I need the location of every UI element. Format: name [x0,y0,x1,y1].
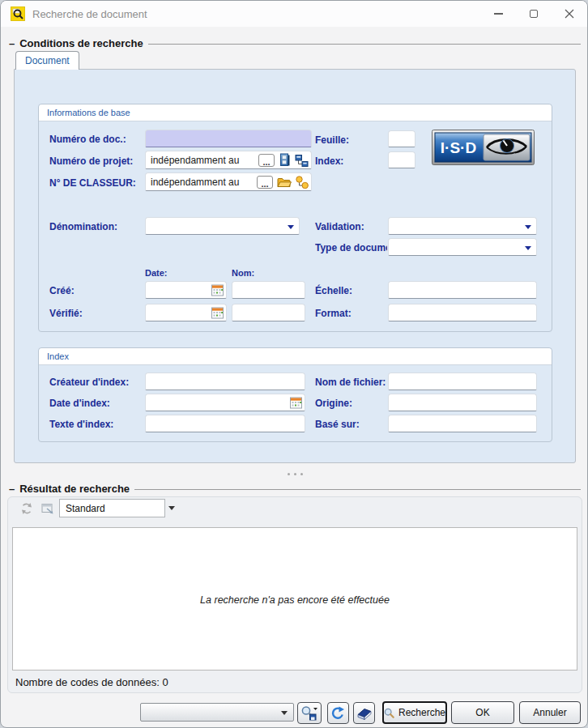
classeur-label: N° DE CLASSEUR: [49,177,136,189]
index-label: Index: [315,155,343,167]
chevron-down-icon[interactable] [168,506,175,510]
refresh-icon [331,706,345,720]
project-number-value: indépendamment au [151,155,254,166]
classeur-value: indépendamment au [151,177,253,188]
chevron-down-icon [281,711,288,715]
recherche-button[interactable]: Recherche [382,701,447,724]
classeur-structure-icon[interactable] [296,176,309,189]
denomination-label: Dénomination: [49,221,117,232]
window-view-icon [41,503,54,514]
recherche-button-label: Recherche [398,707,445,718]
minimize-button[interactable] [480,1,516,27]
cree-date-field[interactable] [145,281,227,299]
base-info-header: Informations de base [39,104,552,121]
clear-button[interactable] [353,702,375,724]
splitter-dot [288,473,290,475]
close-icon [565,9,574,19]
chevron-down-icon [525,246,531,250]
tab-document-label: Document [25,55,70,66]
base-sur-field[interactable] [388,415,537,432]
calendar-icon[interactable] [290,397,302,409]
group-divider-line [134,489,581,490]
group-dash: – [9,483,15,495]
index-date-field[interactable] [145,394,305,411]
filename-field[interactable] [388,373,537,390]
project-number-label: Numéro de projet: [49,155,133,167]
refresh-icon [20,502,33,515]
feuille-field[interactable] [388,130,415,147]
view-combo[interactable]: Standard [59,499,165,517]
calendar-icon[interactable] [211,307,224,319]
project-database-icon[interactable] [279,153,291,167]
close-button[interactable] [552,1,587,27]
denomination-combo[interactable] [145,217,300,235]
title-bar: Recherche de document [1,1,587,27]
project-browse-button[interactable]: ... [258,154,275,167]
conditions-group-header: – Conditions de recherche [9,37,581,49]
validation-combo[interactable] [388,217,537,235]
verifie-nom-field[interactable] [232,304,305,321]
tab-document[interactable]: Document [15,51,79,70]
format-field[interactable] [388,304,537,321]
splitter-handle[interactable] [271,470,318,478]
classeur-folder-icon[interactable] [277,177,292,188]
index-header: Index [39,348,552,365]
search-save-button[interactable] [297,702,322,724]
origine-field[interactable] [388,394,537,411]
group-divider-line [148,44,581,45]
format-label: Format: [315,308,352,319]
index-creator-label: Créateur d'index: [49,377,129,388]
base-sur-label: Basé sur: [315,419,360,430]
result-count-status: Nombre de codes de données: 0 [15,676,168,688]
group-dash: – [9,37,15,49]
filename-label: Nom de fichier: [315,377,386,388]
doc-type-combo[interactable] [388,238,537,256]
echelle-field[interactable] [388,281,537,299]
feuille-label: Feuille: [315,134,349,146]
window-title: Recherche de document [32,8,147,20]
isd-logo: I·S·D [432,130,535,165]
date-column-header: Date: [145,268,168,278]
ok-button[interactable]: OK [451,701,514,724]
doc-number-field[interactable] [145,130,312,147]
classeur-field[interactable]: indépendamment au ... [145,172,312,191]
chevron-down-icon [525,225,531,229]
isd-logo-text: I·S·D [441,139,476,156]
index-field[interactable] [388,151,415,168]
doc-type-label: Type de docume [315,242,387,253]
saved-search-combo[interactable] [140,703,294,722]
cree-nom-field[interactable] [232,281,305,299]
minimize-icon [494,13,503,15]
result-list[interactable]: La recherche n'a pas encore été effectué… [12,527,577,671]
empty-results-message: La recherche n'a pas encore été effectué… [200,594,390,670]
maximize-icon [530,10,538,18]
validation-label: Validation: [315,221,364,232]
project-structure-icon[interactable] [295,154,309,167]
result-view-button[interactable] [38,499,58,518]
search-save-icon [300,705,318,721]
magnifier-icon [384,707,394,719]
view-combo-value: Standard [66,503,105,514]
eraser-icon [356,707,373,720]
results-group-label: Résultat de recherche [19,483,130,495]
splitter-dot [294,473,296,475]
echelle-label: Échelle: [315,285,352,296]
splitter-dot [300,473,303,475]
app-icon [11,6,25,21]
index-date-label: Date d'index: [49,398,110,409]
cree-label: Créé: [49,285,75,296]
index-text-field[interactable] [145,415,305,432]
refresh-results-button[interactable] [17,499,36,518]
maximize-button[interactable] [516,1,552,27]
calendar-icon[interactable] [211,284,224,296]
index-creator-field[interactable] [145,373,305,390]
verifie-label: Vérifié: [49,308,83,319]
refresh-button[interactable] [327,702,349,724]
origine-label: Origine: [315,398,352,409]
index-text-label: Texte d'index: [49,419,113,430]
classeur-browse-button[interactable]: ... [257,176,273,189]
verifie-date-field[interactable] [145,304,227,321]
nom-column-header: Nom: [232,268,254,278]
annuler-button[interactable]: Annuler [519,701,581,724]
project-number-field[interactable]: indépendamment au ... [145,151,312,169]
